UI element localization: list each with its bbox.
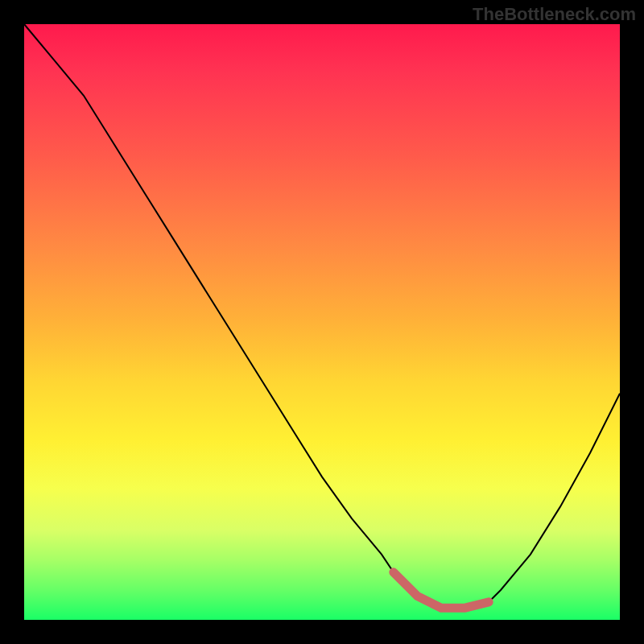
bottleneck-curve xyxy=(24,24,620,608)
watermark-text: TheBottleneck.com xyxy=(473,4,636,25)
optimal-range-marker xyxy=(394,572,489,608)
chart-container: TheBottleneck.com xyxy=(0,0,644,644)
plot-area xyxy=(24,24,620,620)
curve-svg xyxy=(24,24,620,620)
